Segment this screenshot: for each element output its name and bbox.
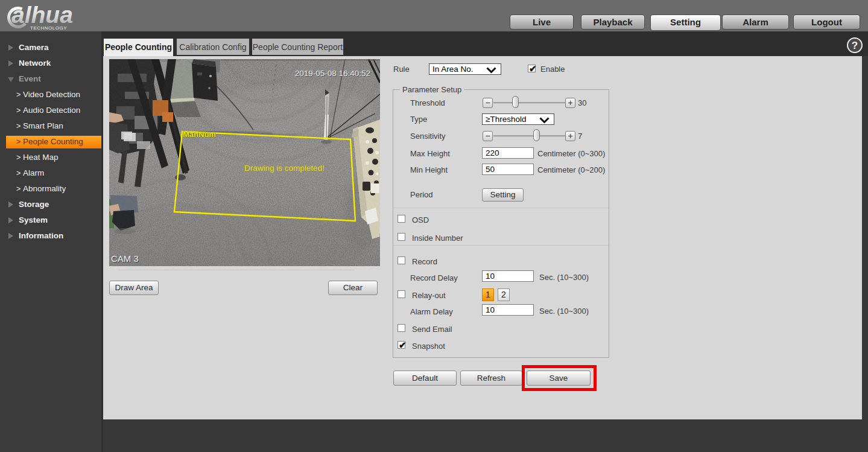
svg-text:TECHNOLOGY: TECHNOLOGY (30, 25, 67, 31)
svg-text:ManNum: ManNum (183, 130, 216, 139)
svg-text:2019-05-08 16:40:52: 2019-05-08 16:40:52 (295, 69, 370, 78)
svg-text:Drawing is completed!: Drawing is completed! (244, 164, 325, 173)
svg-text:alhua: alhua (11, 2, 73, 28)
svg-text:CAM 3: CAM 3 (111, 253, 139, 264)
